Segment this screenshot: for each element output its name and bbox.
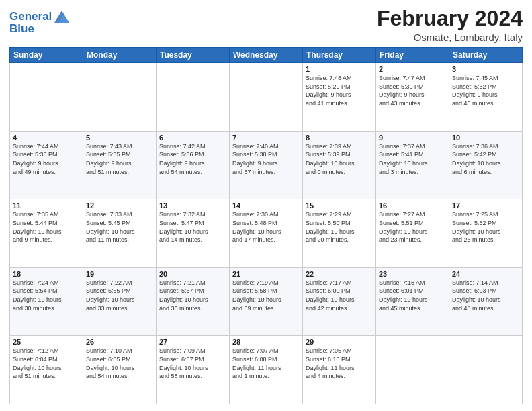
day-number: 17 (452, 201, 519, 210)
day-number: 18 (13, 270, 80, 278)
day-info: Sunrise: 7:32 AM Sunset: 5:47 PM Dayligh… (159, 210, 226, 244)
day-number: 1 (306, 65, 373, 73)
table-row: 7Sunrise: 7:40 AM Sunset: 5:38 PM Daylig… (230, 131, 303, 199)
day-number: 27 (159, 338, 226, 346)
day-info: Sunrise: 7:48 AM Sunset: 5:29 PM Dayligh… (306, 74, 373, 107)
table-row: 1Sunrise: 7:48 AM Sunset: 5:29 PM Daylig… (303, 63, 376, 132)
calendar-week-row: 18Sunrise: 7:24 AM Sunset: 5:54 PM Dayli… (10, 267, 523, 336)
day-info: Sunrise: 7:42 AM Sunset: 5:36 PM Dayligh… (159, 142, 226, 176)
day-number: 19 (86, 270, 153, 278)
table-row: 2Sunrise: 7:47 AM Sunset: 5:30 PM Daylig… (376, 63, 449, 132)
day-info: Sunrise: 7:44 AM Sunset: 5:33 PM Dayligh… (13, 142, 80, 176)
day-number: 22 (306, 270, 373, 278)
day-info: Sunrise: 7:45 AM Sunset: 5:32 PM Dayligh… (452, 74, 519, 107)
day-info: Sunrise: 7:17 AM Sunset: 6:00 PM Dayligh… (306, 279, 373, 312)
table-row: 16Sunrise: 7:27 AM Sunset: 5:51 PM Dayli… (376, 199, 449, 268)
day-number: 13 (159, 201, 226, 210)
table-row: 18Sunrise: 7:24 AM Sunset: 5:54 PM Dayli… (10, 267, 83, 336)
logo-icon (53, 9, 71, 24)
table-row: 22Sunrise: 7:17 AM Sunset: 6:00 PM Dayli… (303, 267, 376, 336)
table-row: 14Sunrise: 7:30 AM Sunset: 5:48 PM Dayli… (230, 199, 303, 268)
table-row: 9Sunrise: 7:37 AM Sunset: 5:41 PM Daylig… (376, 131, 449, 199)
table-row: 15Sunrise: 7:29 AM Sunset: 5:50 PM Dayli… (303, 199, 376, 268)
header: General Blue February 2024 Osmate, Lomba… (9, 7, 523, 43)
day-info: Sunrise: 7:16 AM Sunset: 6:01 PM Dayligh… (379, 279, 446, 312)
table-row: 13Sunrise: 7:32 AM Sunset: 5:47 PM Dayli… (157, 199, 230, 268)
month-title: February 2024 (377, 7, 523, 30)
table-row: 11Sunrise: 7:35 AM Sunset: 5:44 PM Dayli… (10, 199, 83, 268)
day-info: Sunrise: 7:47 AM Sunset: 5:30 PM Dayligh… (379, 74, 446, 107)
day-number: 28 (232, 338, 300, 346)
day-number: 21 (232, 270, 300, 278)
calendar-week-row: 25Sunrise: 7:12 AM Sunset: 6:04 PM Dayli… (10, 336, 523, 404)
table-row (83, 63, 157, 132)
day-number: 26 (86, 338, 153, 346)
day-number: 9 (379, 134, 446, 142)
logo-blue: Blue (9, 23, 71, 36)
day-number: 4 (13, 134, 80, 142)
day-info: Sunrise: 7:25 AM Sunset: 5:52 PM Dayligh… (452, 210, 519, 244)
day-number: 5 (86, 134, 153, 142)
day-info: Sunrise: 7:39 AM Sunset: 5:39 PM Dayligh… (306, 142, 373, 176)
table-row: 21Sunrise: 7:19 AM Sunset: 5:58 PM Dayli… (230, 267, 303, 336)
col-wednesday: Wednesday (230, 48, 303, 63)
day-number: 2 (379, 65, 446, 73)
day-number: 29 (306, 338, 373, 346)
col-sunday: Sunday (10, 48, 83, 63)
day-info: Sunrise: 7:43 AM Sunset: 5:35 PM Dayligh… (86, 142, 153, 176)
table-row: 28Sunrise: 7:07 AM Sunset: 6:08 PM Dayli… (230, 336, 303, 404)
day-info: Sunrise: 7:37 AM Sunset: 5:41 PM Dayligh… (379, 142, 446, 176)
table-row: 29Sunrise: 7:05 AM Sunset: 6:10 PM Dayli… (303, 336, 376, 404)
day-number: 10 (452, 134, 519, 142)
table-row: 23Sunrise: 7:16 AM Sunset: 6:01 PM Dayli… (376, 267, 449, 336)
col-friday: Friday (376, 48, 449, 63)
day-info: Sunrise: 7:12 AM Sunset: 6:04 PM Dayligh… (13, 347, 80, 380)
day-info: Sunrise: 7:36 AM Sunset: 5:42 PM Dayligh… (452, 142, 519, 176)
day-info: Sunrise: 7:22 AM Sunset: 5:55 PM Dayligh… (86, 279, 153, 312)
table-row: 3Sunrise: 7:45 AM Sunset: 5:32 PM Daylig… (449, 63, 523, 132)
day-info: Sunrise: 7:10 AM Sunset: 6:05 PM Dayligh… (86, 347, 153, 380)
day-number: 23 (379, 270, 446, 278)
table-row: 26Sunrise: 7:10 AM Sunset: 6:05 PM Dayli… (83, 336, 157, 404)
day-number: 20 (159, 270, 226, 278)
table-row (230, 63, 303, 132)
page: General Blue February 2024 Osmate, Lomba… (0, 0, 532, 411)
logo-text: General Blue (9, 9, 71, 36)
col-monday: Monday (83, 48, 157, 63)
table-row: 20Sunrise: 7:21 AM Sunset: 5:57 PM Dayli… (157, 267, 230, 336)
table-row: 24Sunrise: 7:14 AM Sunset: 6:03 PM Dayli… (449, 267, 523, 336)
table-row (449, 336, 523, 404)
table-row: 27Sunrise: 7:09 AM Sunset: 6:07 PM Dayli… (157, 336, 230, 404)
table-row: 12Sunrise: 7:33 AM Sunset: 5:45 PM Dayli… (83, 199, 157, 268)
day-number: 14 (232, 201, 300, 210)
day-number: 7 (232, 134, 300, 142)
day-info: Sunrise: 7:33 AM Sunset: 5:45 PM Dayligh… (86, 210, 153, 244)
day-info: Sunrise: 7:14 AM Sunset: 6:03 PM Dayligh… (452, 279, 519, 312)
table-row: 25Sunrise: 7:12 AM Sunset: 6:04 PM Dayli… (10, 336, 83, 404)
day-info: Sunrise: 7:40 AM Sunset: 5:38 PM Dayligh… (232, 142, 300, 176)
logo: General Blue (9, 9, 71, 36)
col-thursday: Thursday (303, 48, 376, 63)
table-row: 6Sunrise: 7:42 AM Sunset: 5:36 PM Daylig… (157, 131, 230, 199)
table-row: 17Sunrise: 7:25 AM Sunset: 5:52 PM Dayli… (449, 199, 523, 268)
table-row (376, 336, 449, 404)
table-row: 4Sunrise: 7:44 AM Sunset: 5:33 PM Daylig… (10, 131, 83, 199)
day-info: Sunrise: 7:27 AM Sunset: 5:51 PM Dayligh… (379, 210, 446, 244)
day-info: Sunrise: 7:30 AM Sunset: 5:48 PM Dayligh… (232, 210, 300, 244)
day-info: Sunrise: 7:19 AM Sunset: 5:58 PM Dayligh… (232, 279, 300, 312)
day-info: Sunrise: 7:05 AM Sunset: 6:10 PM Dayligh… (306, 347, 373, 380)
calendar-header-row: Sunday Monday Tuesday Wednesday Thursday… (10, 48, 523, 63)
table-row: 19Sunrise: 7:22 AM Sunset: 5:55 PM Dayli… (83, 267, 157, 336)
calendar-week-row: 1Sunrise: 7:48 AM Sunset: 5:29 PM Daylig… (10, 63, 523, 132)
day-number: 16 (379, 201, 446, 210)
table-row (10, 63, 83, 132)
calendar-week-row: 11Sunrise: 7:35 AM Sunset: 5:44 PM Dayli… (10, 199, 523, 268)
day-info: Sunrise: 7:21 AM Sunset: 5:57 PM Dayligh… (159, 279, 226, 312)
day-info: Sunrise: 7:24 AM Sunset: 5:54 PM Dayligh… (13, 279, 80, 312)
day-info: Sunrise: 7:07 AM Sunset: 6:08 PM Dayligh… (232, 347, 300, 380)
day-number: 11 (13, 201, 80, 210)
table-row: 10Sunrise: 7:36 AM Sunset: 5:42 PM Dayli… (449, 131, 523, 199)
col-tuesday: Tuesday (157, 48, 230, 63)
table-row: 5Sunrise: 7:43 AM Sunset: 5:35 PM Daylig… (83, 131, 157, 199)
calendar-table: Sunday Monday Tuesday Wednesday Thursday… (9, 47, 523, 404)
